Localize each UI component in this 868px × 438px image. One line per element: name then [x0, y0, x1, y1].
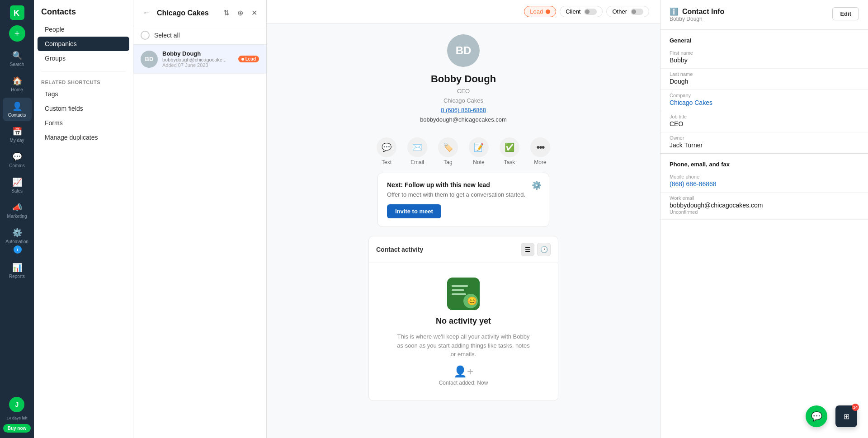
company-label: Company	[670, 93, 859, 98]
sidebar-item-search[interactable]: 🔍 Search	[3, 47, 32, 71]
email-action-button[interactable]: ✉️ Email	[407, 137, 427, 165]
svg-text:K: K	[14, 9, 19, 18]
no-activity-description: This is where we'll keep all your activi…	[396, 332, 531, 359]
email-icon: ✉️	[407, 137, 427, 157]
select-all-checkbox[interactable]	[141, 31, 150, 40]
info-icon: ℹ️	[670, 7, 679, 16]
sidebar-item-myday[interactable]: 📅 My day	[3, 123, 32, 146]
sidebar-divider	[41, 71, 126, 71]
other-toggle[interactable]: Other	[606, 6, 649, 17]
sidebar-item-manage-duplicates[interactable]: Manage duplicates	[38, 130, 129, 145]
right-panel-header: ℹ️ Contact Info Bobby Dough Edit	[660, 0, 868, 30]
chat-fab-button[interactable]: 💬	[806, 405, 827, 427]
contact-added-date: Added 07 June 2023	[162, 62, 234, 68]
contact-detail: BD Bobby Dough CEO Chicago Cakes 8 (686)…	[267, 24, 660, 438]
task-action-button[interactable]: ✅ Task	[500, 137, 519, 165]
sidebar-item-contacts[interactable]: 👤 Contacts	[3, 98, 32, 121]
sidebar-item-tags[interactable]: Tags	[38, 87, 129, 101]
settings-icon[interactable]: ⚙️	[532, 180, 542, 190]
contact-added-row: 👤+ Contact added: Now	[439, 365, 488, 386]
job-title-field: Job title CEO	[660, 111, 868, 132]
user-avatar[interactable]: J	[9, 397, 24, 412]
no-activity-title: No activity yet	[436, 316, 491, 326]
email-label: Email	[410, 159, 424, 165]
profile-name: Bobby Dough	[431, 73, 496, 85]
note-action-button[interactable]: 📝 Note	[469, 137, 489, 165]
last-name-field: Last name Dough	[660, 69, 868, 90]
lead-badge: Lead	[238, 56, 259, 62]
list-view-button[interactable]: ☰	[521, 243, 534, 256]
tag-icon: 🏷️	[438, 137, 458, 157]
sidebar-item-sales[interactable]: 📈 Sales	[3, 174, 32, 197]
followup-card: Next: Follow up with this new lead Offer…	[377, 173, 549, 227]
more-action-button[interactable]: ••• More	[530, 137, 550, 165]
action-buttons: 💬 Text ✉️ Email 🏷️ Tag 📝 Note ✅ Task •••	[377, 137, 550, 165]
right-panel-title: Contact Info	[682, 8, 724, 16]
right-panel-title-row: ℹ️ Contact Info	[670, 7, 724, 16]
timeline-view-button[interactable]: 🕐	[537, 243, 551, 256]
right-panel-subtitle: Bobby Dough	[670, 16, 724, 22]
comms-icon: 💬	[12, 152, 22, 162]
myday-icon: 📅	[12, 127, 22, 137]
sidebar-item-people[interactable]: People	[38, 22, 129, 37]
comms-label: Comms	[9, 163, 24, 168]
select-all-row: Select all	[133, 26, 266, 45]
other-toggle-track[interactable]	[631, 9, 643, 15]
sidebar-item-comms[interactable]: 💬 Comms	[3, 148, 32, 172]
add-button[interactable]: +	[9, 25, 25, 42]
task-icon: ✅	[500, 137, 519, 157]
sidebar-item-custom-fields[interactable]: Custom fields	[38, 101, 129, 116]
text-icon: 💬	[377, 137, 396, 157]
buy-now-button[interactable]: Buy now	[3, 424, 31, 433]
notifications-fab-button[interactable]: ⊞ 14	[835, 405, 857, 427]
text-action-button[interactable]: 💬 Text	[377, 137, 396, 165]
other-toggle-label: Other	[612, 8, 627, 15]
profile-email: bobbydough@chicagocakes.com	[420, 116, 507, 123]
lead-toggle[interactable]: Lead	[524, 6, 556, 17]
svg-rect-3	[452, 285, 468, 287]
right-panel: ℹ️ Contact Info Bobby Dough Edit General…	[660, 0, 868, 438]
edit-button[interactable]: Edit	[832, 7, 859, 20]
sidebar: Contacts People Companies Groups Related…	[34, 0, 133, 438]
profile-phone[interactable]: 8 (686) 868-6868	[441, 107, 486, 113]
myday-label: My day	[9, 138, 24, 143]
panel-header: ← Chicago Cakes ⇅ ⊕ ✕	[133, 0, 266, 26]
sidebar-item-companies[interactable]: Companies	[38, 37, 129, 51]
tag-action-button[interactable]: 🏷️ Tag	[438, 137, 458, 165]
activity-header: Contact activity ☰ 🕐	[369, 236, 558, 263]
company-value[interactable]: Chicago Cakes	[670, 99, 859, 106]
contact-email: bobbydough@chicagocake...	[162, 57, 234, 62]
followup-title: Next: Follow up with this new lead	[387, 181, 540, 188]
first-name-value: Bobby	[670, 57, 859, 64]
app-logo[interactable]: K	[10, 5, 24, 20]
work-email-value: bobbydough@chicagocakes.com	[670, 202, 859, 209]
home-label: Home	[11, 87, 23, 92]
activity-illustration: 😊	[447, 278, 480, 310]
left-navigation: K + 🔍 Search 🏠 Home 👤 Contacts 📅 My day …	[0, 0, 34, 438]
automation-icon: ⚙️	[12, 228, 22, 238]
client-toggle[interactable]: Client	[560, 6, 603, 17]
add-contact-button[interactable]: ⊕	[236, 7, 245, 19]
mobile-phone-value[interactable]: (868) 686-86868	[670, 180, 859, 188]
phone-email-section-title: Phone, email, and fax	[660, 154, 868, 171]
sidebar-item-reports[interactable]: 📊 Reports	[3, 259, 32, 283]
invite-to-meet-button[interactable]: Invite to meet	[387, 204, 441, 218]
contact-item[interactable]: BD Bobby Dough bobbydough@chicagocake...…	[133, 45, 266, 74]
sidebar-item-forms[interactable]: Forms	[38, 116, 129, 130]
close-panel-button[interactable]: ✕	[250, 7, 259, 19]
automation-label: Automation	[5, 239, 28, 244]
activity-body: 😊 No activity yet This is where we'll ke…	[369, 263, 558, 400]
select-all-label: Select all	[154, 32, 180, 39]
first-name-label: First name	[670, 50, 859, 56]
search-icon: 🔍	[12, 51, 22, 61]
sidebar-item-groups[interactable]: Groups	[38, 51, 129, 66]
sort-button[interactable]: ⇅	[222, 7, 231, 19]
client-toggle-track[interactable]	[584, 9, 597, 15]
sidebar-item-automation[interactable]: ⚙️ Automation i	[3, 224, 32, 257]
notification-count: 14	[852, 404, 859, 411]
home-icon: 🏠	[12, 76, 22, 86]
lead-dot	[241, 58, 244, 61]
back-button[interactable]: ←	[141, 6, 152, 19]
sidebar-item-marketing[interactable]: 📣 Marketing	[3, 199, 32, 222]
sidebar-item-home[interactable]: 🏠 Home	[3, 72, 32, 96]
